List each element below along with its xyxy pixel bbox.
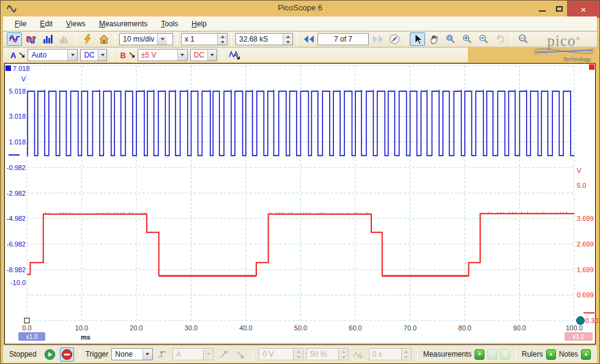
probes-button[interactable] bbox=[228, 48, 243, 62]
statusbar-separator bbox=[417, 349, 418, 360]
x-axis-tick-label: 80.0 bbox=[458, 324, 471, 332]
left-axis-tick-label: 3.018 bbox=[9, 113, 26, 120]
chevron-down-icon bbox=[143, 349, 152, 360]
right-axis-tick-label: 5.0 bbox=[577, 182, 586, 189]
trigger-mode-select[interactable]: None bbox=[111, 348, 152, 360]
auto-setup-button[interactable] bbox=[80, 32, 95, 46]
trigger-source-value: A bbox=[173, 350, 203, 358]
trigger-point-marker[interactable] bbox=[24, 318, 29, 323]
toolbar-separator bbox=[297, 34, 297, 45]
toolbar-separator bbox=[222, 50, 223, 61]
channel-a-range-value: Auto bbox=[28, 51, 67, 59]
zoom-in-button[interactable] bbox=[459, 32, 475, 46]
timebase-select[interactable]: 10 ms/div bbox=[119, 33, 173, 45]
status-bar: Stopped Trigger None A bbox=[3, 345, 597, 363]
channel-b-range-value: ±5 V bbox=[138, 51, 177, 59]
toolbar-separator bbox=[75, 34, 76, 45]
channel-b-range-select[interactable]: ±5 V bbox=[138, 49, 188, 61]
menu-item-tools[interactable]: Tools bbox=[154, 18, 185, 30]
pointer-tool-button[interactable] bbox=[410, 32, 425, 46]
trigger-level-stepper: 0 V bbox=[259, 348, 303, 360]
stepper-arrows[interactable] bbox=[217, 34, 227, 45]
menu-item-views[interactable]: Views bbox=[59, 18, 92, 30]
left-axis-unit: V bbox=[21, 75, 26, 83]
zoom-out-button[interactable] bbox=[476, 32, 491, 46]
channel-a-options-arrow-icon[interactable] bbox=[19, 52, 25, 58]
statusbar-separator bbox=[516, 349, 516, 360]
channel-a-range-select[interactable]: Auto bbox=[28, 49, 78, 61]
falling-edge-button bbox=[234, 347, 248, 362]
menu-item-help[interactable]: Help bbox=[185, 18, 213, 30]
channel-a-coupling-select[interactable]: DC bbox=[80, 49, 107, 61]
logo-waves-icon bbox=[535, 48, 593, 55]
rulers-panel-button[interactable]: ▲ bbox=[546, 349, 556, 360]
marquee-zoom-button[interactable] bbox=[443, 32, 458, 46]
menu-item-measurements[interactable]: Measurements bbox=[92, 18, 154, 30]
rising-edge-icon bbox=[219, 349, 229, 359]
waveform-arrow-icon bbox=[229, 50, 241, 61]
chevron-down-icon bbox=[203, 349, 213, 360]
close-button[interactable]: × bbox=[567, 1, 600, 18]
left-axis-tick-label: -6.982 bbox=[7, 240, 26, 248]
maximize-button[interactable] bbox=[551, 1, 567, 17]
timebase-value: 10 ms/div bbox=[120, 35, 157, 43]
trigger-level-value: 0 V bbox=[259, 350, 293, 358]
channel-b-options-arrow-icon[interactable] bbox=[129, 52, 135, 58]
start-capture-button[interactable] bbox=[43, 347, 57, 362]
home-button[interactable] bbox=[96, 32, 111, 46]
statusbar-separator bbox=[253, 349, 253, 360]
menu-item-edit[interactable]: Edit bbox=[33, 18, 59, 30]
add-measurement-button[interactable]: + bbox=[475, 349, 484, 360]
samples-stepper[interactable]: 32.68 kS bbox=[235, 33, 293, 45]
stepper-arrows bbox=[293, 349, 303, 360]
x-axis-tick-label: 60.0 bbox=[349, 324, 361, 332]
pretrigger-stepper: 50 % bbox=[306, 348, 349, 360]
channel-a-coupling-value: DC bbox=[81, 51, 97, 59]
undo-arrow-icon bbox=[495, 34, 506, 45]
toolbar-separator bbox=[406, 34, 406, 45]
menu-item-file[interactable]: File bbox=[8, 18, 33, 30]
buffer-position[interactable]: 7 of 7 bbox=[317, 33, 369, 45]
zoom-factor-stepper[interactable]: x 1 bbox=[181, 33, 228, 45]
spectrum-view-button[interactable] bbox=[40, 32, 55, 46]
stop-capture-button[interactable] bbox=[60, 347, 74, 362]
nav-back-button[interactable] bbox=[301, 32, 316, 46]
scope-plot[interactable]: 7.0185.0183.0181.018-0.982-2.982-4.982-6… bbox=[5, 64, 595, 344]
channel-a-label: A bbox=[10, 51, 16, 60]
trigger-label: Trigger bbox=[86, 350, 109, 358]
measurements-label: Measurements bbox=[423, 350, 472, 358]
capture-state: Stopped bbox=[9, 350, 37, 358]
buffer-navigator-button[interactable] bbox=[387, 32, 402, 46]
x-axis-tick-label: 20.0 bbox=[130, 324, 143, 332]
channel-b-coupling-select[interactable]: DC bbox=[190, 49, 217, 61]
play-icon bbox=[44, 349, 56, 360]
zoom-100-icon: 100 bbox=[518, 34, 529, 45]
x-axis-tick-label: 90.0 bbox=[513, 324, 526, 332]
hand-tool-button[interactable] bbox=[426, 32, 442, 46]
statusbar-separator bbox=[80, 349, 80, 360]
remove-measurement-button: − bbox=[487, 349, 497, 360]
grayed-bars-icon bbox=[59, 34, 70, 45]
toolbar-separator bbox=[511, 34, 512, 45]
chevron-down-icon bbox=[67, 50, 77, 61]
scope-view-button[interactable] bbox=[7, 32, 22, 46]
channel-b-offset-marker[interactable] bbox=[577, 317, 585, 325]
right-axis-tick-label: 3.699 bbox=[577, 215, 594, 222]
compass-icon bbox=[389, 34, 400, 45]
channel-toolbar: A Auto DC B ±5 V DC bbox=[3, 48, 468, 62]
stepper-arrows bbox=[401, 349, 411, 360]
zoom-100-button[interactable]: 100 bbox=[516, 32, 531, 46]
channel-b-axis-marker[interactable] bbox=[589, 64, 594, 70]
x-axis-tick-label: 50.0 bbox=[294, 324, 307, 332]
delay-value: 0 s bbox=[369, 350, 401, 358]
menu-bar: FileEditViewsMeasurementsToolsHelp bbox=[3, 17, 597, 31]
persistence-view-button[interactable] bbox=[23, 32, 39, 46]
stepper-arrows bbox=[338, 349, 348, 360]
channel-a-axis-marker[interactable] bbox=[6, 65, 11, 71]
stepper-arrows[interactable] bbox=[283, 34, 292, 45]
advanced-trigger-button bbox=[156, 347, 170, 362]
x-axis-tick-label: 0.0 bbox=[22, 324, 31, 332]
notes-panel-button[interactable]: ▲ bbox=[581, 349, 591, 360]
minimize-button[interactable] bbox=[534, 1, 550, 17]
minimize-icon bbox=[539, 10, 546, 12]
